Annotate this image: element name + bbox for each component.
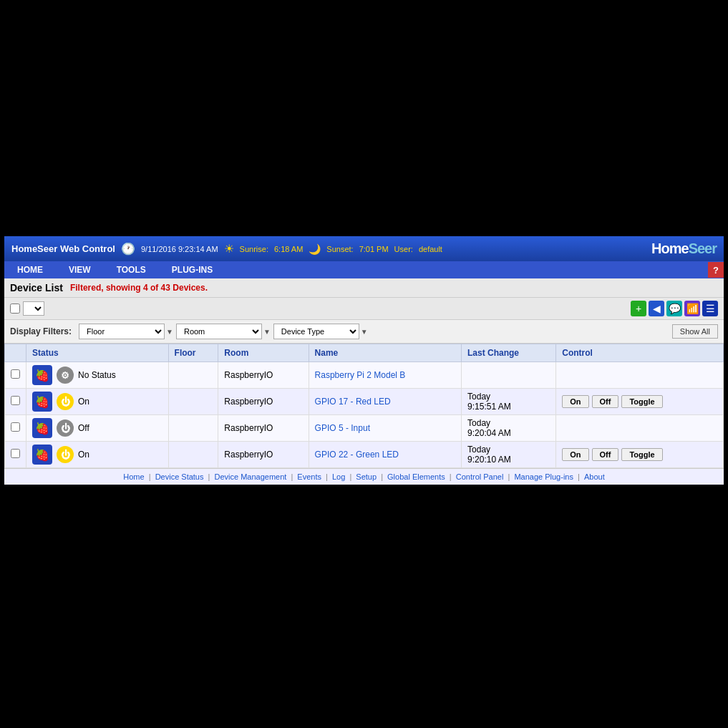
row-checkbox[interactable] <box>11 449 20 458</box>
footer-bar: Home | Device Status | Device Management… <box>4 468 724 485</box>
room-filter[interactable]: Room <box>176 324 262 339</box>
toolbar-right: + ◀ 💬 📶 ☰ <box>631 301 718 316</box>
footer-link-log[interactable]: Log <box>332 472 345 481</box>
room-cell: RaspberryIO <box>218 362 309 389</box>
clock-icon: 🕐 <box>121 242 135 256</box>
row-checkbox[interactable] <box>11 396 20 405</box>
app-title: HomeSeer Web Control <box>11 243 115 254</box>
homeseer-logo: HomeSeer <box>651 241 717 257</box>
toggle-button[interactable]: Toggle <box>621 395 662 408</box>
footer-sep: | <box>447 472 454 481</box>
footer-link-events[interactable]: Events <box>297 472 321 481</box>
device-type-filter[interactable]: Device Type <box>273 324 359 339</box>
col-checkbox <box>5 344 26 362</box>
username: default <box>419 245 442 253</box>
filter-count-text: Filtered, showing 4 of 43 Devices. <box>70 283 208 293</box>
signal-button[interactable]: 📶 <box>684 301 700 316</box>
footer-link-manage-plug-ins[interactable]: Manage Plug-ins <box>514 472 573 481</box>
status-label: No Status <box>78 370 116 380</box>
on-button[interactable]: On <box>562 395 588 408</box>
footer-sep: | <box>147 472 153 481</box>
status-label: On <box>78 450 89 460</box>
sunset-time: 7:01 PM <box>359 245 389 253</box>
table-header-row: Status Floor Room Name Last Change Contr… <box>5 344 724 362</box>
device-name-link[interactable]: GPIO 22 - Green LED <box>315 450 399 460</box>
toolbar-left <box>10 301 44 316</box>
raspi-icon: 🍓 <box>32 418 52 438</box>
device-name-link[interactable]: GPIO 17 - Red LED <box>315 397 391 407</box>
action-select[interactable] <box>23 301 44 316</box>
status-label: On <box>78 397 89 407</box>
floor-cell <box>168 389 218 415</box>
footer-sep: | <box>324 472 330 481</box>
off-status-icon: ⏻ <box>57 419 74 437</box>
floor-filter[interactable]: Floor <box>79 324 165 339</box>
off-button[interactable]: Off <box>592 448 619 461</box>
filter-label: Display Filters: <box>10 326 72 336</box>
control-cell-empty <box>556 362 724 389</box>
last-change-cell <box>462 362 556 389</box>
select-all-checkbox[interactable] <box>10 304 20 314</box>
device-type-filter-wrap: Device Type ▼ <box>273 324 368 339</box>
room-filter-wrap: Room ▼ <box>176 324 271 339</box>
raspi-icon: 🍓 <box>32 445 52 465</box>
room-cell: RaspberryIO <box>218 389 309 415</box>
footer-sep: | <box>379 472 385 481</box>
device-type-filter-arrow: ▼ <box>361 328 368 336</box>
show-all-button[interactable]: Show All <box>672 324 718 339</box>
col-room: Room <box>218 344 309 362</box>
footer-sep: | <box>347 472 354 481</box>
nav-home[interactable]: HOME <box>4 261 56 278</box>
control-cell: On Off Toggle <box>562 448 717 461</box>
sunrise-icon: ☀ <box>224 242 234 256</box>
table-row: 🍓 ⏻ On RaspberryIOGPIO 22 - Green LEDTod… <box>5 442 724 468</box>
last-change-cell: Today9:15:51 AM <box>462 389 556 415</box>
row-checkbox[interactable] <box>11 369 20 379</box>
back-button[interactable]: ◀ <box>649 301 664 316</box>
help-button[interactable]: ? <box>708 262 724 278</box>
floor-cell <box>168 362 218 389</box>
toolbar-row: + ◀ 💬 📶 ☰ <box>4 298 724 320</box>
status-label: Off <box>78 423 89 433</box>
table-row: 🍓 ⏻ On RaspberryIOGPIO 17 - Red LEDToday… <box>5 389 724 415</box>
status-cell: 🍓 ⏻ Off <box>32 418 162 438</box>
menu-button[interactable]: ☰ <box>702 301 718 316</box>
raspi-icon: 🍓 <box>32 392 52 412</box>
device-list-title: Device List <box>10 282 63 293</box>
row-checkbox[interactable] <box>11 422 20 432</box>
footer-link-setup[interactable]: Setup <box>356 472 377 481</box>
nav-tools[interactable]: TOOLS <box>104 261 159 278</box>
sunset-icon: 🌙 <box>309 243 321 255</box>
device-table: Status Floor Room Name Last Change Contr… <box>4 344 724 468</box>
on-status-icon: ⏻ <box>57 446 74 463</box>
filter-row: Display Filters: Floor ▼ Room ▼ Device T… <box>4 320 724 344</box>
control-cell-empty <box>556 415 724 442</box>
footer-link-about[interactable]: About <box>584 472 605 481</box>
user-label: User: <box>394 245 413 253</box>
footer-link-device-management[interactable]: Device Management <box>214 472 286 481</box>
footer-link-global-elements[interactable]: Global Elements <box>387 472 445 481</box>
add-device-button[interactable]: + <box>631 301 646 316</box>
gear-status-icon: ⚙ <box>57 367 74 384</box>
floor-filter-arrow: ▼ <box>166 328 173 336</box>
table-row: 🍓 ⚙ No Status RaspberryIORaspberry Pi 2 … <box>5 362 724 389</box>
device-name-link[interactable]: GPIO 5 - Input <box>315 423 370 433</box>
off-button[interactable]: Off <box>592 395 619 408</box>
nav-bar: HOME VIEW TOOLS PLUG-INS ? <box>4 261 724 278</box>
footer-sep: | <box>206 472 213 481</box>
col-last-change: Last Change <box>462 344 556 362</box>
col-name: Name <box>309 344 461 362</box>
status-cell: 🍓 ⏻ On <box>32 445 162 465</box>
logo-seer: Seer <box>689 241 717 256</box>
nav-view[interactable]: VIEW <box>56 261 104 278</box>
floor-cell <box>168 442 218 468</box>
toggle-button[interactable]: Toggle <box>621 448 662 461</box>
device-name-link[interactable]: Raspberry Pi 2 Model B <box>315 370 406 380</box>
on-button[interactable]: On <box>562 448 588 461</box>
floor-cell <box>168 415 218 442</box>
footer-link-home[interactable]: Home <box>123 472 144 481</box>
nav-plugins[interactable]: PLUG-INS <box>159 261 225 278</box>
footer-link-device-status[interactable]: Device Status <box>155 472 204 481</box>
footer-link-control-panel[interactable]: Control Panel <box>456 472 504 481</box>
chat-button[interactable]: 💬 <box>666 301 682 316</box>
